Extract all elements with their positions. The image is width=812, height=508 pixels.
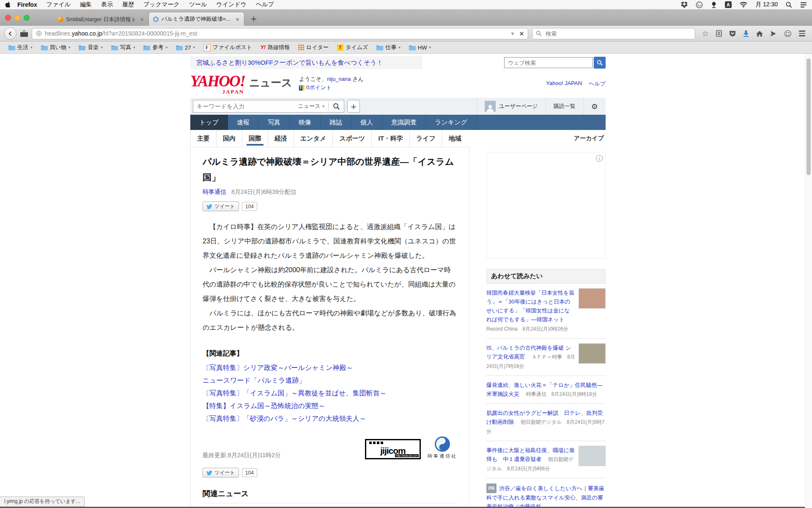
pr-ad[interactable]: PR渋谷／歯を白く美しくしたい方へ｜審美歯科で手に入れる素敵なスマイル安心、満足… [486,483,606,508]
ad-info-icon[interactable]: i [596,155,603,162]
bookmark-item[interactable]: 27 ▾ [172,44,199,51]
menubar-item-help[interactable]: ヘルプ [251,1,279,8]
subnav-item[interactable]: 経済 [268,130,294,147]
promo-banner-link[interactable]: 宮城ふるさと割り30%OFFクーポンで旨いもんを食べつくそう！ [196,59,383,67]
pr-link[interactable]: 渋谷／歯を白く美しくしたい方へ｜審美歯科で手に入れる素敵なスマイル安心、満足の審… [486,485,604,508]
nav-tab[interactable]: 映像 [290,115,321,130]
reading-list-icon[interactable] [716,30,722,37]
tweet-button[interactable]: ツイート [203,202,239,211]
bookmark-item[interactable]: ロイター [294,44,333,51]
help-link[interactable]: ヘルプ [589,80,606,88]
pocket-icon[interactable] [729,30,736,37]
back-button[interactable] [4,28,16,40]
news-search-button[interactable] [329,100,344,112]
page-scrollbar[interactable] [805,54,812,508]
article-source-link[interactable]: 時事通信 [203,188,226,195]
search-scope-select[interactable]: ニュース▾ [294,102,328,110]
web-search-button[interactable] [594,57,606,69]
menubar-item-edit[interactable]: 編集 [75,1,96,8]
bookmark-item[interactable]: 仕事 ▾ [372,44,405,51]
web-search-input[interactable] [507,59,590,66]
menubar-item-tools[interactable]: ツール [184,1,212,8]
nav-tab[interactable]: 速報 [228,115,259,130]
subnav-item[interactable]: スポーツ [332,130,371,147]
archive-link[interactable]: アーカイブ [574,135,606,142]
new-tab-button[interactable]: + [250,14,257,23]
recommended-item[interactable]: IS、パルミラの古代神殿を爆破 シリア文化省高官 ＡＦＰ＝時事 8月24日(月)… [486,339,606,376]
menubar-item-window[interactable]: ウインドウ [211,1,251,8]
menubar-item-bookmarks[interactable]: ブックマーク [139,1,184,8]
creative-cloud-icon[interactable] [696,1,703,8]
window-close-button[interactable] [5,15,11,21]
window-minimize-button[interactable] [14,15,20,21]
dropbox-icon[interactable] [681,2,688,8]
recommended-item[interactable]: 事件後に大阪と福島往復、職場に復帰も 中１遺棄容疑者 朝日新聞デジタル 8月24… [486,441,606,478]
window-zoom-button[interactable] [24,15,30,21]
bookmark-item[interactable]: 参考 ▾ [139,44,172,51]
bookmark-item[interactable]: 生活 ▾ [4,44,37,51]
add-search-button[interactable]: + [347,100,360,113]
menubar-item-history[interactable]: 履歴 [118,1,139,8]
news-search-input[interactable] [193,103,294,110]
bookmark-item[interactable]: F ファイルポスト [199,44,256,51]
menubar-item-view[interactable]: 表示 [96,1,118,8]
stop-button[interactable]: × [519,30,524,37]
bookmark-item[interactable]: 音楽 ▾ [74,44,107,51]
apple-icon[interactable] [5,1,11,8]
browser-search-input[interactable] [545,30,691,37]
site-identity-icon[interactable] [36,30,42,36]
device-status-icon[interactable] [711,1,717,8]
user-page-button[interactable]: ユーザーページ [477,98,546,115]
url-bar[interactable]: headlines.yahoo.co.jp/hl?a=20150824-0000… [32,28,528,39]
tab-close-icon[interactable]: × [140,16,144,22]
bookmark-item[interactable]: 買い物 ▾ [37,44,75,51]
username-link[interactable]: niju_nana [327,76,351,82]
bookmark-item[interactable]: T タイムズ [333,44,372,51]
subnav-item[interactable]: ライフ [409,130,442,147]
download-icon[interactable] [743,30,749,37]
related-article-link[interactable]: 〔写真特集〕「イスラム国」～異教徒を並ばせ、集団斬首～ [203,387,457,400]
subscriptions-button[interactable]: 購読一覧 [546,98,583,115]
menubar-app-name[interactable]: Firefox [13,1,42,8]
tweet-button[interactable]: ツイート [203,468,239,478]
yahoo-japan-logo[interactable]: YAHOO! JAPAN [190,73,245,89]
browser-search-field[interactable] [532,28,695,39]
input-source-icon[interactable]: A [725,1,732,8]
scrollbar-thumb[interactable] [807,58,811,175]
spotlight-icon[interactable] [786,2,792,8]
wifi-icon[interactable] [740,2,747,8]
subnav-item[interactable]: IT・科学 [371,130,409,147]
library-icon[interactable] [20,30,28,37]
menubar-item-file[interactable]: ファイル [42,1,75,8]
nav-tab[interactable]: 雑誌 [321,115,351,130]
related-article-link[interactable]: ニュースワード「パルミラ遺跡」 [203,374,457,387]
related-article-link[interactable]: 〔写真特集〕シリア政変～バールシャミン神殿～ [203,362,457,374]
nav-tab[interactable]: 写真 [259,115,290,130]
subnav-item[interactable]: エンタメ [294,130,332,147]
points-link[interactable]: 0ポイント [306,83,332,92]
related-article-link[interactable]: 〔写真特集〕「砂漠のバラ」～シリアの大統領夫人～ [203,412,457,425]
notification-center-icon[interactable] [800,2,807,8]
settings-button[interactable]: ⚙ [584,98,606,115]
jijicom-logo[interactable]: jijicom http://www.jiji.com [365,439,421,459]
subnav-item[interactable]: 主要 [190,130,216,147]
nav-tab[interactable]: 個人 [351,115,382,130]
menu-hamburger-icon[interactable] [799,30,805,36]
bookmark-item[interactable]: Y! 路線情報 [256,44,294,51]
recommended-item[interactable]: 韓国売春婦大量検挙「日本女性を装う」＝「30年後にはきっと日本のせいにする」「韓… [486,284,606,339]
subnav-item[interactable]: 地域 [442,130,468,147]
browser-tab-active[interactable]: パルミラ遺跡で神殿破壊=... × [148,12,244,26]
subnav-item[interactable]: 国際 [242,130,268,147]
jiji-press-logo[interactable]: 時事通信社 [428,436,457,459]
recommended-item[interactable]: 爆発連続、激しい火花＝「テロか」住民騒然―米軍施設火災 時事通信 8月24日(月… [486,376,606,404]
bookmark-item[interactable]: 写真 ▾ [107,44,140,51]
poc-smiley-icon[interactable]: ☺ [784,29,792,38]
bookmark-item[interactable]: HW ▾ [405,44,435,51]
ad-slot[interactable]: i [486,152,606,259]
share-icon[interactable] [770,30,776,37]
browser-tab[interactable]: SmillaEnlarger 日本語情報ト... × [53,13,148,26]
menubar-clock[interactable]: 月 12:30 [755,1,778,8]
nav-tab[interactable]: 意識調査 [382,115,426,130]
yahoo-japan-link[interactable]: Yahoo! JAPAN [546,80,582,88]
related-article-link[interactable]: 【特集】イスラム国～恐怖統治の実態～ [203,400,457,412]
